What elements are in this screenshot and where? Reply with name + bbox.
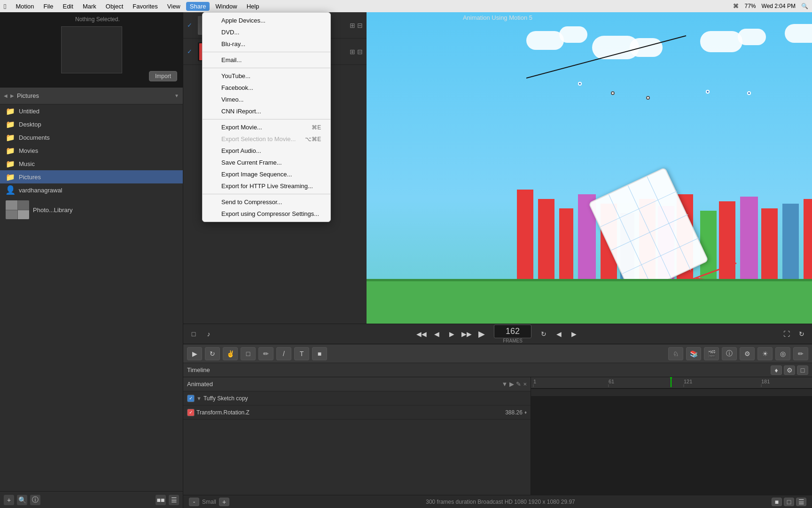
photo-library-thumbnail <box>6 200 29 219</box>
fullscreen-button[interactable]: ⛶ <box>780 327 793 341</box>
pan-tool[interactable]: ✌ <box>223 347 238 360</box>
timeline-scrollbar[interactable] <box>531 389 812 396</box>
menu-window[interactable]: Window <box>211 2 241 11</box>
control-point-3 <box>646 96 650 100</box>
frame-forward-button[interactable]: ▶ <box>567 327 580 341</box>
layer-diamond-icon[interactable]: ♦ <box>524 410 527 415</box>
mask-tool[interactable]: ■ <box>312 347 327 360</box>
add-button[interactable]: + <box>4 495 14 505</box>
select-tool[interactable]: ▶ <box>187 347 202 360</box>
fit-view-button[interactable]: □ <box>187 327 200 341</box>
menu-facebook[interactable]: Facebook... <box>203 82 330 94</box>
text-tool[interactable]: T <box>294 347 309 360</box>
menu-apple-devices[interactable]: Apple Devices... <box>203 15 330 26</box>
search-button[interactable]: 🔍 <box>17 495 27 505</box>
layer-expand-tuffy[interactable]: ▼ <box>196 396 202 401</box>
file-item-documents[interactable]: 📁 Documents <box>0 131 183 144</box>
refresh-button[interactable]: ↻ <box>795 327 808 341</box>
menu-export-movie[interactable]: Export Movie... ⌘E <box>203 121 330 133</box>
step-forward-button[interactable]: ▶ <box>445 327 458 341</box>
status-zoom-in[interactable]: + <box>219 498 229 506</box>
play-button[interactable]: ▶ <box>475 327 488 341</box>
layer-edit-icon[interactable]: ✎ <box>516 381 521 388</box>
timeline-settings-btn[interactable]: ⚙ <box>784 365 795 375</box>
search-icon[interactable]: 🔍 <box>801 3 808 9</box>
layer-icon-3[interactable]: ⊞ <box>350 48 355 56</box>
photo-library-item[interactable]: Photo...Library <box>0 197 183 223</box>
browser-back-arrow[interactable]: ◀ <box>4 93 8 98</box>
grid-button[interactable]: ✏ <box>793 347 808 360</box>
menu-motion[interactable]: Motion <box>12 2 38 11</box>
generator-button[interactable]: ◎ <box>775 347 790 360</box>
file-item-desktop[interactable]: 📁 Desktop <box>0 118 183 131</box>
menu-edit[interactable]: Edit <box>59 2 77 11</box>
browser-forward-arrow[interactable]: ▶ <box>10 93 14 98</box>
file-item-untitled[interactable]: 📁 Untitled <box>0 104 183 118</box>
menu-favorites[interactable]: Favorites <box>129 2 161 11</box>
audio-button[interactable]: ♪ <box>202 327 215 341</box>
loop-button[interactable]: ↻ <box>537 327 550 341</box>
layer-icon-1[interactable]: ⊞ <box>350 22 355 29</box>
apple-menu[interactable]:  <box>4 2 6 10</box>
step-back-button[interactable]: ◀ <box>430 327 443 341</box>
menu-export-http[interactable]: Export for HTTP Live Streaming... <box>203 180 330 192</box>
rotate-tool[interactable]: ↻ <box>205 347 220 360</box>
view-options-button[interactable]: ♘ <box>668 347 683 360</box>
layer-icon-2[interactable]: ⊟ <box>357 22 363 29</box>
building-red-7 <box>719 201 735 284</box>
go-to-start-button[interactable]: ◀◀ <box>415 327 428 341</box>
file-item-user[interactable]: 👤 vardhanagrawal <box>0 183 183 197</box>
list-view-button[interactable]: ☰ <box>169 495 179 505</box>
menu-view[interactable]: View <box>164 2 184 11</box>
frame-counter[interactable]: 162 <box>494 325 531 338</box>
grid-view-button[interactable]: ■■ <box>156 495 166 505</box>
inspector-button[interactable]: ⓘ <box>722 347 737 360</box>
layer-check-tuffy[interactable]: ✓ <box>187 395 195 402</box>
layer-cursor-icon[interactable]: ▶ <box>509 381 514 388</box>
menu-bluray[interactable]: Blu-ray... <box>203 38 330 50</box>
line-tool[interactable]: / <box>276 347 291 360</box>
browser-dropdown-arrow[interactable]: ▼ <box>174 93 179 98</box>
library-button[interactable]: 📚 <box>686 347 701 360</box>
menu-email[interactable]: Email... <box>203 54 330 66</box>
menu-cnn[interactable]: CNN iReport... <box>203 105 330 117</box>
file-item-pictures[interactable]: 📁 Pictures <box>0 170 183 183</box>
menu-share[interactable]: Share <box>186 2 210 11</box>
status-zoom-out[interactable]: - <box>189 498 199 506</box>
menu-export-compressor-settings[interactable]: Export using Compressor Settings... <box>203 208 330 220</box>
timeline-keyframe-btn[interactable]: ♦ <box>771 365 782 375</box>
file-item-music[interactable]: 📁 Music <box>0 157 183 170</box>
file-item-movies[interactable]: 📁 Movies <box>0 144 183 157</box>
timeline-controls: ♦ ⚙ □ <box>771 365 808 375</box>
menu-mark[interactable]: Mark <box>79 2 100 11</box>
timeline-expand-btn[interactable]: □ <box>797 365 808 375</box>
menu-dvd[interactable]: DVD... <box>203 26 330 38</box>
svg-text:1: 1 <box>533 379 536 384</box>
menu-export-image-seq[interactable]: Export Image Sequence... <box>203 168 330 180</box>
layer-delete-icon[interactable]: × <box>523 381 527 388</box>
status-view-btn-1[interactable]: ■ <box>772 498 782 506</box>
menu-help[interactable]: Help <box>243 2 263 11</box>
menu-save-frame[interactable]: Save Current Frame... <box>203 157 330 168</box>
menu-vimeo[interactable]: Vimeo... <box>203 94 330 105</box>
import-button[interactable]: Import <box>149 71 177 81</box>
menu-file[interactable]: File <box>40 2 57 11</box>
menu-send-compressor[interactable]: Send to Compressor... <box>203 196 330 208</box>
settings-button[interactable]: ⚙ <box>740 347 755 360</box>
status-view-btn-3[interactable]: ☰ <box>796 498 806 506</box>
menu-export-audio[interactable]: Export Audio... <box>203 145 330 157</box>
menu-youtube[interactable]: YouTube... <box>203 70 330 82</box>
layer-check-transform[interactable]: ✓ <box>187 409 195 416</box>
go-to-end-button[interactable]: ▶▶ <box>460 327 473 341</box>
media-button[interactable]: 🎬 <box>704 347 719 360</box>
filter-button[interactable]: ☀ <box>757 347 773 360</box>
pen-tool[interactable]: ✏ <box>258 347 273 360</box>
info-button[interactable]: ⓘ <box>30 495 40 505</box>
menu-object[interactable]: Object <box>102 2 127 11</box>
file-name: Pictures <box>19 174 41 181</box>
layer-icon-4[interactable]: ⊟ <box>357 48 363 56</box>
layer-add-icon[interactable]: ▼ <box>502 381 508 388</box>
frame-back-button[interactable]: ◀ <box>552 327 565 341</box>
shape-tool[interactable]: □ <box>241 347 256 360</box>
status-view-btn-2[interactable]: □ <box>784 498 794 506</box>
